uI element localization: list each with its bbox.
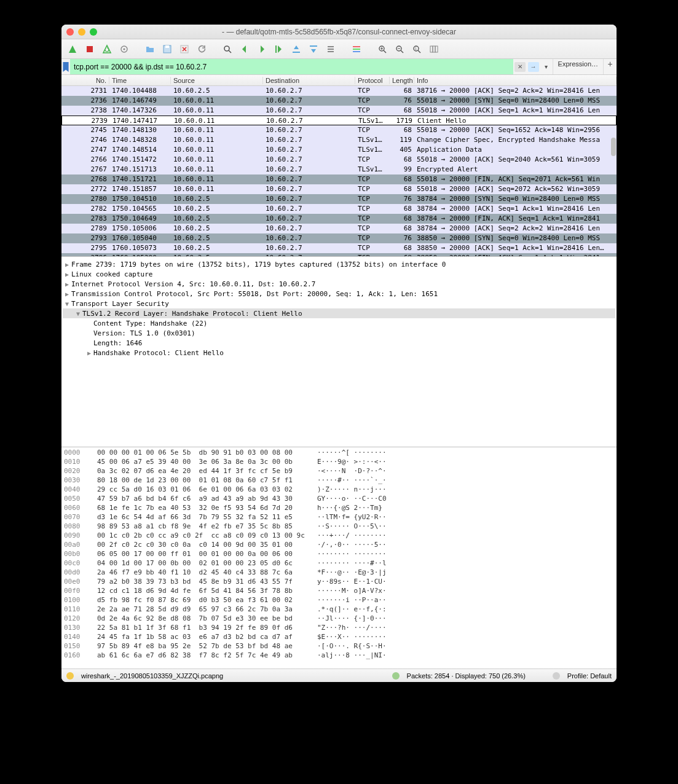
packet-row[interactable]: 27931760.10504010.60.2.510.60.2.7TCP7638… [61,233,617,243]
detail-row[interactable]: Handshake Protocol: Client Hello [63,348,615,358]
go-to-packet-button[interactable] [272,42,286,57]
col-header-len[interactable]: Length [390,77,414,84]
packet-row[interactable]: 27471740.14851410.60.0.1110.60.2.7TLSv1…… [61,145,617,155]
packet-row[interactable]: 27831750.10464910.60.2.510.60.2.7TCP6838… [61,214,617,224]
auto-scroll-button[interactable] [323,42,338,57]
hex-row[interactable]: 0070d3 1e 6c 54 4d af 66 3d 7b 79 55 32 … [64,513,614,522]
col-header-time[interactable]: Time [109,77,171,84]
hex-row[interactable]: 00c004 00 1d 00 17 00 0b 00 02 01 00 00 … [64,559,614,568]
recent-filters-button[interactable]: ▾ [542,62,551,72]
close-file-button[interactable] [177,42,192,57]
packet-row[interactable]: 27661740.15147210.60.0.1110.60.2.7TCP685… [61,155,617,165]
zoom-window-button[interactable] [90,28,97,36]
start-capture-button[interactable] [65,42,80,57]
hex-row[interactable]: 00200a 3c 02 07 d6 ea 4e 20 ed 44 1f 3f … [64,467,614,476]
display-filter-input[interactable] [70,59,513,74]
packet-row[interactable]: 27311740.10448810.60.2.510.60.2.7TCP6838… [61,86,617,96]
detail-row[interactable]: Transmission Control Protocol, Src Port:… [63,289,615,299]
detail-row[interactable]: Transport Layer Security [63,299,615,308]
packet-row[interactable]: 27891750.10500610.60.2.510.60.2.7TCP6838… [61,224,617,233]
col-header-dst[interactable]: Destination [263,77,355,84]
packet-row[interactable]: 27361740.14674910.60.0.1110.60.2.7TCP765… [61,96,617,106]
stop-capture-button[interactable] [82,42,97,57]
capture-options-button[interactable] [117,42,132,57]
col-header-info[interactable]: Info [414,77,617,84]
hex-row[interactable]: 014024 45 fa 1f 1b 58 ac 03 e6 a7 d3 b2 … [64,633,614,642]
packet-row[interactable]: 27961760.10520010.60.2.510.60.2.7TCP6838… [61,253,617,256]
restart-capture-button[interactable] [100,42,114,57]
add-filter-button[interactable]: + [603,59,617,74]
filter-expression-button[interactable]: Expression… [553,59,603,74]
detail-row[interactable]: Internet Protocol Version 4, Src: 10.60.… [63,279,615,289]
resize-columns-button[interactable] [427,42,441,57]
detail-row[interactable]: Linux cooked capture [63,269,615,279]
packet-row[interactable]: 27721740.15185710.60.0.1110.60.2.7TCP685… [61,184,617,194]
hex-row[interactable]: 000000 00 00 01 00 06 5e 5b db 90 91 b0 … [64,449,614,458]
hex-row[interactable]: 00d02a 46 f7 e9 bb 40 f1 10 d2 45 40 c4 … [64,568,614,578]
hex-row[interactable]: 00e079 a2 b0 38 39 73 b3 bd 45 8e b9 31 … [64,578,614,587]
col-header-src[interactable]: Source [171,77,263,84]
packet-row[interactable]: 27951760.10507310.60.2.510.60.2.7TCP6838… [61,243,617,253]
go-back-button[interactable] [237,42,252,57]
hex-row[interactable]: 006068 1e fe 1c 7b ea 40 53 32 0e f5 93 … [64,504,614,513]
tree-toggle-icon[interactable] [63,261,71,268]
packet-row[interactable]: 27821750.10456510.60.2.510.60.2.7TCP6838… [61,204,617,214]
tree-toggle-icon[interactable] [63,300,71,307]
hex-row[interactable]: 0100d5 fb 98 fc f0 87 8c 69 d0 b3 50 ea … [64,596,614,605]
packet-bytes-pane[interactable]: 000000 00 00 01 00 06 5e 5b db 90 91 b0 … [61,447,617,668]
hex-row[interactable]: 003080 18 00 de 1d 23 00 00 01 01 08 0a … [64,476,614,485]
zoom-reset-button[interactable]: 1 [409,42,424,57]
profile-label[interactable]: Profile: Default [567,672,612,680]
expert-info-icon[interactable] [66,672,74,680]
packet-row[interactable]: 27801750.10451010.60.2.510.60.2.7TCP7638… [61,194,617,204]
open-file-button[interactable] [143,42,157,57]
hex-row[interactable]: 001045 00 06 a7 e5 39 40 00 3e 06 3a 8e … [64,458,614,467]
zoom-out-button[interactable] [392,42,407,57]
find-packet-button[interactable] [220,42,235,57]
hex-row[interactable]: 01102e 2a ae 71 28 5d d9 d9 65 97 c3 66 … [64,605,614,614]
packet-row[interactable]: 27381740.14732610.60.0.1110.60.2.7TCP685… [61,106,617,116]
hex-row[interactable]: 005047 59 b7 a6 bd b4 6f c6 a9 ad 43 a9 … [64,495,614,504]
hex-row[interactable]: 015097 5b 89 4f e8 ba 95 2e 52 7b de 53 … [64,642,614,651]
packet-list-scrollbar[interactable] [611,92,616,255]
filter-bookmark-button[interactable] [61,59,70,74]
hex-row[interactable]: 00b006 05 00 17 00 00 ff 01 00 01 00 00 … [64,550,614,559]
hex-row[interactable]: 0160ab 61 6c 6a e7 d6 82 38 f7 8c f2 5f … [64,651,614,661]
save-file-button[interactable] [160,42,175,57]
reload-button[interactable] [194,42,209,57]
go-to-last-button[interactable] [306,42,321,57]
hex-row[interactable]: 009000 1c c0 2b c0 cc a9 c0 2f cc a8 c0 … [64,531,614,541]
clear-filter-button[interactable]: ✕ [514,62,526,72]
packet-row[interactable]: 27451740.14813010.60.0.1110.60.2.7TCP685… [61,125,617,135]
hex-row[interactable]: 008098 89 53 a8 a1 cb f8 9e 4f e2 fb e7 … [64,522,614,531]
col-header-proto[interactable]: Protocol [355,77,390,84]
hex-row[interactable]: 013022 5a 81 b1 1f 3f 68 f1 b3 94 19 2f … [64,624,614,633]
col-header-no[interactable]: No. [73,77,109,84]
tree-toggle-icon[interactable] [63,291,71,297]
colorize-button[interactable] [349,42,364,57]
tree-toggle-icon[interactable] [63,271,71,278]
detail-row[interactable]: Frame 2739: 1719 bytes on wire (13752 bi… [63,259,615,269]
close-window-button[interactable] [66,28,74,36]
detail-row[interactable]: TLSv1.2 Record Layer: Handshake Protocol… [63,308,615,318]
packet-row[interactable]: 27671740.15171310.60.0.1110.60.2.7TLSv1…… [61,165,617,174]
tree-toggle-icon[interactable] [74,310,82,317]
detail-row[interactable]: Version: TLS 1.0 (0x0301) [63,328,615,338]
packet-row[interactable]: 27461740.14832810.60.0.1110.60.2.7TLSv1…… [61,135,617,145]
hex-row[interactable]: 004029 cc 5a d0 16 03 01 06 6e 01 00 06 … [64,485,614,495]
tree-toggle-icon[interactable] [85,350,93,356]
packet-details-pane[interactable]: Frame 2739: 1719 bytes on wire (13752 bi… [61,257,617,447]
hex-row[interactable]: 01200d 2e 4a 6c 92 8e d8 08 7b 07 5d e3 … [64,614,614,624]
go-to-first-button[interactable] [289,42,304,57]
detail-row[interactable]: Length: 1646 [63,338,615,348]
minimize-window-button[interactable] [78,28,85,36]
apply-filter-button[interactable]: → [528,62,539,72]
packet-row[interactable]: 27391740.14741710.60.0.1110.60.2.7TLSv1…… [61,116,617,125]
hex-row[interactable]: 00a000 2f c0 2c c0 30 c0 0a c0 14 00 9d … [64,541,614,550]
packet-list-header[interactable]: No. Time Source Destination Protocol Len… [61,75,617,86]
tree-toggle-icon[interactable] [63,281,71,288]
hex-row[interactable]: 00f012 cd c1 18 d6 9d 4d fe 6f 5d 41 84 … [64,587,614,596]
packet-row[interactable]: 27681740.15172110.60.0.1110.60.2.7TCP685… [61,174,617,184]
zoom-in-button[interactable] [375,42,390,57]
go-forward-button[interactable] [254,42,269,57]
